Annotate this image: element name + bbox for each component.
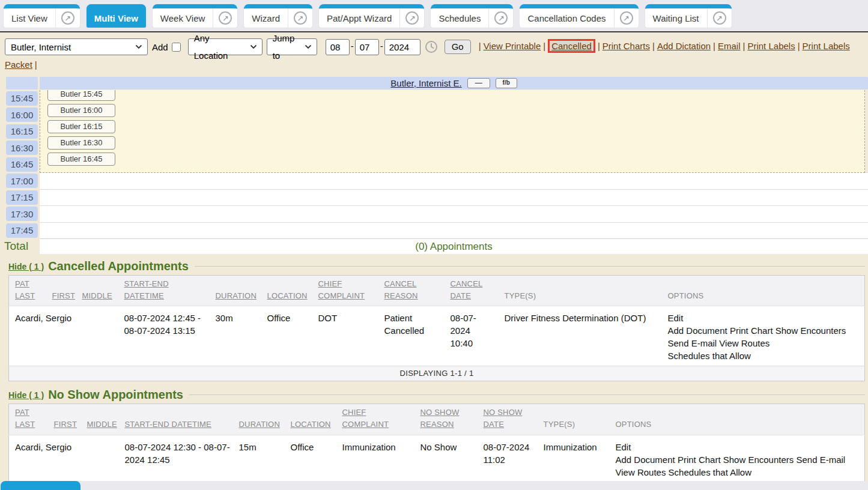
options-links[interactable]: Schedules that Allow [668, 349, 863, 362]
clock-icon[interactable] [425, 40, 438, 53]
external-link-icon[interactable]: ↗ [294, 11, 307, 25]
cancelled-appointment-row: Acardi, Sergio 08-07-2024 12:45 - 08-07-… [9, 306, 865, 366]
date-month-input[interactable] [326, 39, 350, 55]
column-header-duration[interactable]: DURATION [239, 420, 281, 429]
time-slot-label[interactable]: 16:00 [6, 107, 38, 122]
noshow-header-row: PAT LAST FIRST MIDDLE START-END DATETIME… [9, 404, 865, 435]
column-header-pat-last[interactable]: PAT LAST [15, 279, 35, 300]
open-slot-button[interactable]: Butler 16:45 [47, 153, 115, 166]
column-header-chief-complaint[interactable]: CHIEF COMPLAINT [318, 279, 365, 300]
tab-schedules-label[interactable]: Schedules [431, 13, 488, 23]
column-header-middle[interactable]: MIDDLE [82, 291, 112, 300]
tab-pat-appt-wizard-label[interactable]: Pat/Appt Wizard [319, 13, 399, 23]
tab-wizard-label[interactable]: Wizard [244, 13, 288, 23]
options-links[interactable]: View Routes Schedules that Allow [616, 466, 863, 479]
link-separator: | [798, 41, 800, 51]
date-day-input[interactable] [355, 39, 379, 55]
column-header-first[interactable]: FIRST [52, 291, 76, 300]
add-dictation-link[interactable]: Add Dictation [657, 41, 711, 51]
options-links[interactable]: Send E-mail View Routes [668, 337, 863, 349]
appointment-types: Immunization [538, 435, 610, 482]
column-header-cancel-date[interactable]: CANCEL DATE [451, 279, 483, 300]
column-header-chief-complaint[interactable]: CHIEF COMPLAINT [342, 408, 389, 429]
print-labels-packet-link[interactable]: Print Labels [803, 41, 850, 51]
go-button[interactable]: Go [445, 40, 471, 54]
tab-divider [55, 8, 56, 28]
column-header-first[interactable]: FIRST [54, 420, 77, 429]
column-header-noshow-reason[interactable]: NO SHOW REASON [420, 408, 460, 429]
schedule-row [40, 172, 868, 189]
link-separator: | [743, 41, 745, 51]
open-slot-button[interactable]: Butler 16:00 [47, 104, 115, 117]
print-labels-packet-link[interactable]: Packet [5, 59, 32, 70]
external-link-icon[interactable]: ↗ [219, 11, 232, 25]
tab-cancellation-codes[interactable]: Cancellation Codes ↗ [520, 4, 638, 28]
time-slot-label[interactable]: 16:45 [6, 157, 38, 172]
tab-waiting-list[interactable]: Waiting List ↗ [645, 4, 732, 28]
time-slot-label[interactable]: 17:15 [6, 190, 38, 205]
tab-waiting-list-label[interactable]: Waiting List [645, 13, 707, 23]
column-header-datetime[interactable]: START-END DATETIME [124, 279, 169, 300]
provider-select[interactable]: Butler, Internist [5, 38, 148, 55]
date-year-input[interactable] [384, 39, 420, 55]
options-links[interactable]: Edit [616, 441, 863, 453]
print-charts-link[interactable]: Print Charts [602, 41, 650, 51]
external-link-icon[interactable]: ↗ [405, 11, 419, 25]
external-link-icon[interactable]: ↗ [713, 11, 726, 25]
noshow-section-header: Hide ( 1 ) No Show Appointments [8, 387, 865, 402]
bottom-partial-tab[interactable] [1, 481, 80, 490]
column-header-location[interactable]: LOCATION [291, 420, 331, 429]
column-header-duration[interactable]: DURATION [216, 291, 257, 300]
provider-column-link[interactable]: Butler, Internist E. [390, 78, 461, 88]
tab-schedules[interactable]: Schedules ↗ [431, 4, 513, 28]
tab-list-view[interactable]: List View ↗ [4, 4, 80, 28]
toolbar: Butler, InternistAddAny LocationJump to-… [0, 32, 868, 74]
cancelled-link[interactable]: Cancelled [551, 41, 592, 51]
email-link[interactable]: Email [718, 41, 741, 51]
external-link-icon[interactable]: ↗ [494, 11, 508, 25]
column-header-datetime[interactable]: START-END DATETIME [125, 420, 211, 429]
cancelled-hide-link[interactable]: Hide ( 1 ) [8, 262, 44, 271]
time-slot-label[interactable]: 17:00 [6, 174, 38, 188]
column-header-middle[interactable]: MIDDLE [87, 420, 117, 429]
chevron-down-icon [305, 44, 312, 49]
tab-cancellation-codes-label[interactable]: Cancellation Codes [520, 13, 613, 23]
appointment-location: Office [285, 435, 336, 482]
open-slot-button[interactable]: Butler 16:30 [47, 136, 115, 150]
tab-multi-view-label[interactable]: Multi View [86, 13, 146, 23]
jump-to-select[interactable]: Jump to [267, 38, 317, 55]
time-slot-label[interactable]: 16:30 [6, 141, 38, 155]
noshow-reason: No Show [414, 435, 478, 482]
collapse-column-button[interactable]: — [467, 78, 490, 88]
time-slot-label[interactable]: 15:45 [6, 91, 38, 106]
column-header-pat-last[interactable]: PAT LAST [15, 408, 35, 429]
tab-multi-view[interactable]: Multi View [86, 4, 146, 28]
external-link-icon[interactable]: ↗ [61, 11, 74, 25]
time-slot-label[interactable]: 17:45 [6, 223, 38, 238]
tab-pat-appt-wizard[interactable]: Pat/Appt Wizard ↗ [319, 4, 424, 28]
print-labels-link[interactable]: Print Labels [747, 41, 795, 51]
options-links[interactable]: Edit [668, 312, 863, 324]
tab-list-view-label[interactable]: List View [4, 13, 55, 23]
column-header-cancel-reason[interactable]: CANCEL REASON [384, 279, 418, 300]
noshow-hide-link[interactable]: Hide ( 1 ) [8, 390, 44, 400]
options-links[interactable]: Add Document Print Chart Show Encounters [668, 324, 863, 337]
tab-divider [288, 8, 288, 28]
tab-week-view[interactable]: Week View ↗ [153, 4, 237, 28]
external-link-icon[interactable]: ↗ [620, 11, 633, 25]
column-header-location[interactable]: LOCATION [267, 291, 308, 300]
options-links[interactable]: Add Document Print Chart Show Encounters… [616, 453, 863, 466]
front-back-button[interactable]: f/b [496, 78, 517, 88]
add-checkbox[interactable] [172, 43, 181, 52]
tab-week-view-label[interactable]: Week View [153, 13, 213, 23]
view-printable-link[interactable]: View Printable [484, 41, 541, 51]
open-slot-button[interactable]: Butler 16:15 [47, 120, 115, 133]
tab-wizard[interactable]: Wizard ↗ [244, 4, 312, 28]
column-header-noshow-date[interactable]: NO SHOW DATE [484, 408, 523, 429]
time-slot-label[interactable]: 17:30 [6, 207, 38, 221]
location-select[interactable]: Any Location [188, 38, 263, 55]
open-slot-button[interactable]: Butler 15:45 [47, 90, 115, 101]
options-cell: Edit Add Document Print Chart Show Encou… [662, 306, 865, 366]
provider-select-value: Butler, Internist [11, 38, 71, 56]
time-slot-label[interactable]: 16:15 [6, 124, 38, 139]
